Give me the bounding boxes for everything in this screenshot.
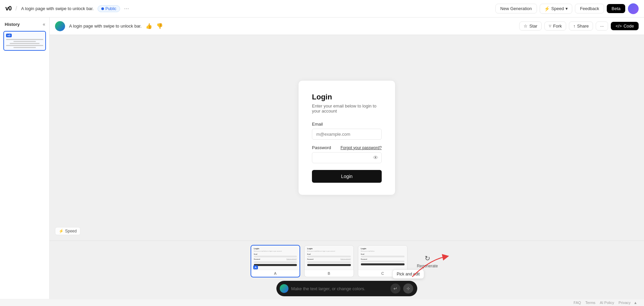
chat-input-wrap: ↵ Pick and edit ⊹ [276, 281, 417, 296]
star-button[interactable]: ☆ Star [519, 21, 542, 31]
more-button[interactable]: ··· [596, 21, 608, 31]
fork-button[interactable]: ⑂ Fork [544, 21, 566, 31]
email-label: Email [312, 122, 382, 127]
thumb-line-4 [6, 45, 43, 46]
chat-input[interactable] [291, 286, 388, 291]
speed-badge: ⚡ Speed [55, 227, 80, 235]
login-button[interactable]: Login [312, 170, 382, 183]
generation-prompt: A login page with swipe to unlock bar. [69, 24, 142, 29]
nav-divider: / [15, 5, 17, 12]
share-button[interactable]: ↑ Share [569, 21, 593, 31]
variant-b-card[interactable]: Login Enter your email below to login to… [304, 245, 354, 277]
variant-c-thumb: Login Enter your email below Email Passw… [358, 246, 407, 270]
star-icon: ☆ [524, 24, 528, 29]
top-nav: v0 / A login page with swipe to unlock b… [0, 0, 644, 17]
pick-edit-tooltip: Pick and edit [392, 269, 424, 279]
nav-more-button[interactable]: ··· [124, 5, 129, 12]
sidebar-collapse-button[interactable]: « [43, 21, 45, 27]
fork-label: Fork [553, 24, 562, 29]
logo: v0 [5, 5, 11, 12]
thumb-line-5 [13, 47, 36, 48]
password-label: Password [312, 145, 331, 150]
generation-avatar [55, 21, 65, 31]
email-input[interactable] [312, 129, 382, 140]
toggle-password-icon[interactable]: 👁 [373, 155, 378, 161]
preview-area: Login Enter your email below to login to… [50, 35, 644, 241]
code-label: Code [624, 24, 634, 29]
share-label: Share [577, 24, 589, 29]
footer-privacy[interactable]: Privacy [619, 301, 631, 305]
password-wrap: 👁 [312, 152, 382, 163]
tooltip-wrap: Pick and edit ⊹ [403, 283, 413, 294]
footer: FAQ Terms AI Policy Privacy ▲ [0, 299, 644, 306]
speed-label: Speed [551, 6, 564, 11]
sidebar-thumbnail[interactable]: v0 [3, 31, 46, 51]
regenerate-label: Regenerate [417, 264, 438, 268]
variant-a-label: A [251, 270, 300, 277]
thumbup-button[interactable]: 👍 [146, 23, 152, 29]
password-field-row: Password Forgot your password? [312, 145, 382, 150]
password-input[interactable] [312, 152, 382, 163]
fork-icon: ⑂ [549, 24, 551, 29]
thumb-line-3 [10, 43, 40, 44]
nav-prompt: A login page with swipe to unlock bar. [21, 6, 94, 11]
regenerate-icon: ↻ [425, 254, 430, 262]
content-area: A login page with swipe to unlock bar. 👍… [50, 17, 644, 299]
star-label: Star [529, 24, 537, 29]
code-icon: </> [615, 24, 622, 29]
cursor-icon: ⊹ [407, 286, 410, 291]
new-generation-button[interactable]: New Generation [495, 4, 537, 13]
regenerate-button[interactable]: ↻ Regenerate [412, 252, 443, 271]
variant-a-thumb: Login Enter your email below to login to… [251, 246, 300, 270]
forgot-password-link[interactable]: Forgot your password? [340, 145, 382, 150]
bottom-panel: Login Enter your email below to login to… [50, 241, 644, 299]
variant-a-card[interactable]: Login Enter your email below to login to… [251, 245, 300, 277]
thumbdown-button[interactable]: 👎 [156, 23, 163, 29]
sidebar: History « v0 [0, 17, 50, 299]
footer-faq[interactable]: FAQ [574, 301, 581, 305]
nav-right: New Generation ⚡ Speed ▾ Feedback Beta [495, 3, 639, 14]
thumb-line-1 [6, 39, 43, 40]
avatar[interactable] [628, 3, 639, 14]
login-title: Login [312, 93, 382, 101]
main-layout: History « v0 A login page with swipe to … [0, 17, 644, 299]
feedback-button[interactable]: Feedback [575, 4, 604, 13]
footer-ai-policy[interactable]: AI Policy [600, 301, 614, 305]
thumb-line-2 [13, 41, 36, 42]
variant-a-badge: A [253, 265, 258, 269]
share-icon: ↑ [573, 24, 576, 29]
chat-input-row: ↵ Pick and edit ⊹ [276, 281, 417, 296]
speed-badge-icon: ⚡ [59, 229, 64, 233]
code-button[interactable]: </> Code [611, 22, 639, 30]
speed-button[interactable]: ⚡ Speed ▾ [540, 4, 573, 14]
beta-button[interactable]: Beta [607, 4, 625, 13]
pick-edit-button[interactable]: ⊹ [403, 283, 413, 294]
thumb-lines: v0 [6, 34, 43, 48]
chat-avatar [280, 284, 288, 293]
speed-icon: ⚡ [544, 6, 550, 11]
generation-header: A login page with swipe to unlock bar. 👍… [50, 17, 644, 35]
login-card: Login Enter your email below to login to… [298, 80, 395, 195]
gen-actions: ☆ Star ⑂ Fork ↑ Share ··· </> Code [519, 21, 639, 31]
variant-b-label: B [305, 270, 354, 277]
footer-terms[interactable]: Terms [585, 301, 595, 305]
chat-enter-button[interactable]: ↵ [390, 283, 400, 294]
chevron-down-icon: ▾ [566, 6, 568, 11]
sidebar-header: History « [0, 17, 49, 30]
footer-scroll-indicator: ▲ [634, 301, 637, 305]
variant-b-thumb: Login Enter your email below to login to… [305, 246, 354, 270]
public-badge: Public [98, 5, 120, 12]
speed-badge-label: Speed [65, 229, 77, 233]
login-subtitle: Enter your email below to login to your … [312, 103, 382, 114]
thumb-version-badge: v0 [6, 34, 12, 37]
sidebar-title: History [5, 22, 20, 27]
